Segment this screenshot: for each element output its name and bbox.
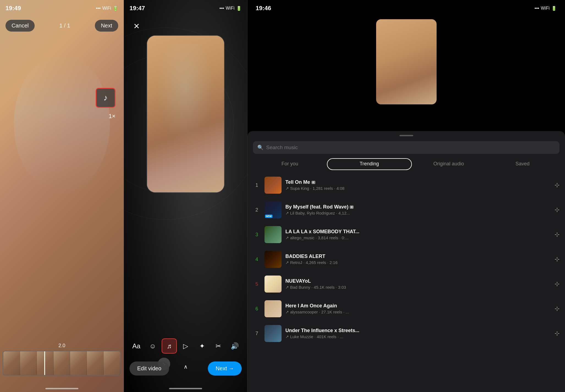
audio-tool-button[interactable]: 🔊 <box>227 338 242 354</box>
status-bar-panel2: 19:47 ▪▪▪ WiFi 🔋 <box>124 0 247 16</box>
timeline-frame-7 <box>104 351 120 375</box>
signal-icon-3: ▪▪▪ <box>534 6 539 11</box>
home-indicator-2 <box>169 388 202 389</box>
song-title-2: By Myself (feat. Rod Wave) E <box>285 204 551 210</box>
timeline-frame-1 <box>3 351 20 375</box>
music-item-1[interactable]: 1 Tell On Me E ↗ Supa King · 1,281 reels… <box>247 173 565 198</box>
battery-icon-2: 🔋 <box>236 6 242 11</box>
music-tab-bar: For you Trending Original audio Saved <box>253 158 560 170</box>
song-title-6: Here I Am Once Again <box>285 303 551 309</box>
timeline-frame-6 <box>87 351 104 375</box>
bookmark-5[interactable]: ⊹ <box>555 280 560 288</box>
panel-video-editor: 19:47 ▪▪▪ WiFi 🔋 ✕ ⤡ ∧ Aa ☺ ♬ ▷ ✦ ✂ <box>124 0 247 392</box>
tab-trending[interactable]: Trending <box>327 158 412 170</box>
music-item-5[interactable]: 5 NUEVAYoL ↗ Bad Bunny · 45.1K reels · 3… <box>247 272 565 296</box>
scissors-tool-button[interactable]: ✂ <box>211 338 226 354</box>
rank-1: 1 <box>253 182 261 188</box>
music-info-3: LA LA LA x SOMEBODY THAT... ↗ altego_mus… <box>285 229 551 240</box>
signal-icon-2: ▪▪▪ <box>219 6 224 11</box>
cancel-button[interactable]: Cancel <box>5 20 35 32</box>
rank-2: 2 <box>253 207 261 213</box>
rank-7: 7 <box>253 331 261 337</box>
emoji-icon: ☺ <box>149 342 156 350</box>
song-meta-2: ↗ Lil Baby, Rylo Rodriguez · 4,12... <box>285 211 551 216</box>
tab-original-audio[interactable]: Original audio <box>412 158 486 170</box>
tab-for-you[interactable]: For you <box>253 158 327 170</box>
wifi-icon-2: WiFi <box>226 6 235 11</box>
preview-thumbnail <box>376 19 437 104</box>
status-time-3: 19:46 <box>256 5 534 12</box>
music-item-4[interactable]: 4 BADDIES ALERT ↗ RetroJ · 4,265 reels ·… <box>247 247 565 272</box>
search-bar[interactable]: 🔍 <box>253 141 560 154</box>
status-icons-2: ▪▪▪ WiFi 🔋 <box>219 6 242 11</box>
next-label-panel2: Next → <box>216 365 234 372</box>
explicit-badge-2: E <box>350 205 354 209</box>
thumb-6 <box>264 300 282 317</box>
search-icon: 🔍 <box>257 144 263 151</box>
text-icon: Aa <box>132 342 140 350</box>
timeline-cursor <box>44 351 45 375</box>
thumb-4 <box>264 251 282 268</box>
explicit-badge-1: E <box>312 181 315 184</box>
close-button[interactable]: ✕ <box>129 19 143 33</box>
music-info-2: By Myself (feat. Rod Wave) E ↗ Lil Baby,… <box>285 204 551 216</box>
emoji-tool-button[interactable]: ☺ <box>145 338 160 354</box>
bookmark-4[interactable]: ⊹ <box>555 256 560 263</box>
bookmark-2[interactable]: ⊹ <box>555 206 560 213</box>
song-title-1: Tell On Me E <box>285 179 551 185</box>
nail-overlay <box>14 55 110 192</box>
audio-icon: 🔊 <box>231 342 239 350</box>
bookmark-3[interactable]: ⊹ <box>555 231 560 238</box>
editor-toolbar: Cancel 1 / 1 Next <box>0 16 124 35</box>
text-tool-button[interactable]: Aa <box>129 338 144 354</box>
speed-indicator: 1× <box>109 113 115 120</box>
song-title-7: Under The Influence x Streets... <box>285 328 551 333</box>
home-indicator-1 <box>45 388 78 389</box>
timeline-frame-4 <box>54 351 70 375</box>
close-icon: ✕ <box>133 22 140 31</box>
rank-4: 4 <box>253 257 261 262</box>
panel-photo-editor: 19:49 ▪▪▪ WiFi 🔋 Cancel 1 / 1 Next ♪ 1× … <box>0 0 124 392</box>
search-music-input[interactable] <box>266 144 555 151</box>
timeline-strip[interactable] <box>3 351 121 376</box>
bookmark-7[interactable]: ⊹ <box>555 330 560 337</box>
tab-trending-label: Trending <box>360 161 379 166</box>
song-meta-6: ↗ alyssamcooper · 27.1K reels · ... <box>285 310 551 315</box>
timeline-area: 2.0 <box>0 343 124 376</box>
scissors-icon: ✂ <box>216 342 221 350</box>
music-info-4: BADDIES ALERT ↗ RetroJ · 4,265 reels · 2… <box>285 254 551 265</box>
tab-original-audio-label: Original audio <box>433 161 464 166</box>
timeline-number: 2.0 <box>0 343 124 349</box>
panel-music-picker: 19:46 ▪▪▪ WiFi 🔋 🔍 For you Trending Orig… <box>247 0 565 392</box>
phone-preview-frame <box>147 36 224 192</box>
music-item-2[interactable]: 2 NEW By Myself (feat. Rod Wave) E ↗ Lil… <box>247 198 565 222</box>
music-item-7[interactable]: 7 Under The Influence x Streets... ↗ Luk… <box>247 321 565 346</box>
music-picker-sheet: 🔍 For you Trending Original audio Saved … <box>247 131 565 392</box>
bookmark-1[interactable]: ⊹ <box>555 182 560 189</box>
effects-tool-button[interactable]: ✦ <box>194 338 210 354</box>
music-item-6[interactable]: 6 Here I Am Once Again ↗ alyssamcooper ·… <box>247 296 565 321</box>
new-badge-2: NEW <box>265 215 272 218</box>
tab-saved[interactable]: Saved <box>486 158 560 170</box>
song-meta-3: ↗ altego_music · 3,814 reels · 0:... <box>285 235 551 240</box>
rank-3: 3 <box>253 232 261 238</box>
bookmark-6[interactable]: ⊹ <box>555 305 560 312</box>
effects-icon: ✦ <box>199 342 205 350</box>
editor-tools-toolbar: Aa ☺ ♬ ▷ ✦ ✂ 🔊 <box>124 338 247 354</box>
song-title-3: LA LA LA x SOMEBODY THAT... <box>285 229 551 235</box>
tab-for-you-label: For you <box>282 161 298 166</box>
battery-icon: 🔋 <box>113 6 118 11</box>
song-title-4: BADDIES ALERT <box>285 254 551 259</box>
music-icon-button[interactable]: ♪ <box>96 88 115 108</box>
timeline-frame-2 <box>20 351 37 375</box>
song-meta-7: ↗ Luke Muzzie · 401K reels · ... <box>285 334 551 339</box>
video-clip-tool-button[interactable]: ▷ <box>178 338 193 354</box>
music-tool-button[interactable]: ♬ <box>162 338 177 354</box>
music-item-3[interactable]: 3 LA LA LA x SOMEBODY THAT... ↗ altego_m… <box>247 222 565 247</box>
next-button-panel2[interactable]: Next → <box>208 362 242 376</box>
timeline-frame-3 <box>37 351 54 375</box>
thumb-2: NEW <box>264 201 282 218</box>
edit-video-button[interactable]: Edit video <box>129 362 169 376</box>
wifi-icon: WiFi <box>102 6 111 11</box>
next-button-panel1[interactable]: Next <box>95 20 118 32</box>
